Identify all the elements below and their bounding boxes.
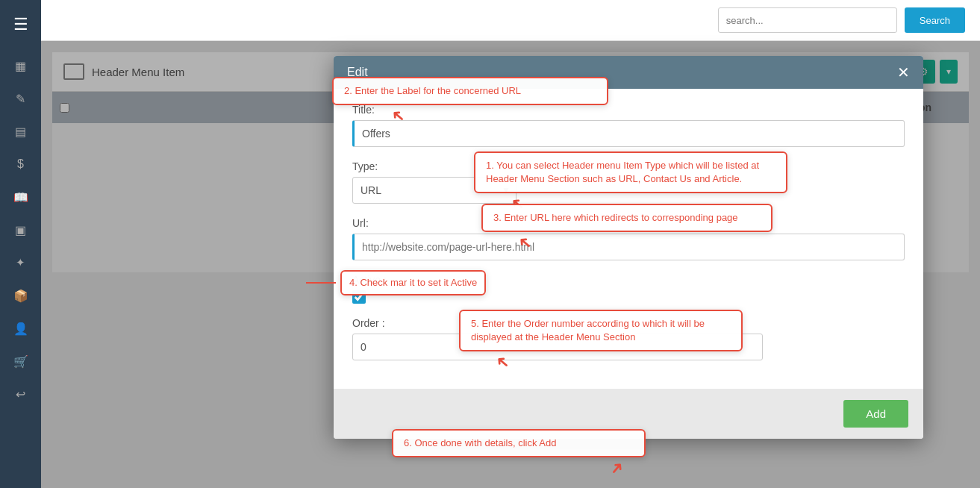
sidebar-item-catalog[interactable]: 📖 [0,182,41,212]
search-button[interactable]: Search [905,7,965,33]
order-input[interactable] [352,334,763,360]
url-label: Url: [352,217,905,229]
active-field-group: Active : [352,274,905,304]
url-input[interactable] [352,234,905,260]
order-field-group: Order : [352,317,905,360]
type-field-group: Type: URL Contact Us Article ▼ [352,160,905,204]
modal-footer: Add [334,389,923,439]
sidebar-item-user[interactable]: 👤 [0,313,41,343]
active-label: Active : [352,274,905,286]
title-label: Title: [352,104,905,116]
sidebar-item-star[interactable]: ✦ [0,248,41,278]
url-field-group: Url: [352,217,905,260]
sidebar-item-cart[interactable]: 🛒 [0,346,41,376]
type-select-wrapper: URL Contact Us Article ▼ [352,177,516,204]
modal-close-button[interactable]: ✕ [897,65,910,80]
sidebar-item-edit[interactable]: ✎ [0,84,41,113]
edit-modal: Edit ✕ Title: Type: URL Contact Us [334,56,923,439]
active-checkbox[interactable] [352,290,366,304]
sidebar: ☰ ▦ ✎ ▤ $ 📖 ▣ ✦ 📦 👤 🛒 ↩ [0,0,41,488]
modal-body: Title: Type: URL Contact Us Article ▼ [334,89,923,389]
active-section [352,290,905,304]
search-input[interactable] [718,7,897,33]
modal-title: Edit [347,66,368,79]
submit-add-button[interactable]: Add [843,400,908,428]
page-content: Header Menu Item + ✕ ⚙ ▾ Action Edit ✕ [41,41,980,488]
sidebar-item-return[interactable]: ↩ [0,379,41,409]
type-select[interactable]: URL Contact Us Article [352,177,516,204]
sidebar-item-grid[interactable]: ▣ [0,215,41,245]
sidebar-item-billing[interactable]: $ [0,149,41,179]
main-area: Search Header Menu Item + ✕ ⚙ ▾ Action [41,0,980,488]
modal-header: Edit ✕ [334,56,923,89]
sidebar-menu-toggle[interactable]: ☰ [0,7,41,42]
title-input[interactable] [352,120,905,147]
sidebar-item-dashboard[interactable]: ▦ [0,51,41,81]
order-label: Order : [352,317,905,329]
type-label: Type: [352,160,905,172]
sidebar-item-list[interactable]: ▤ [0,116,41,146]
title-field-group: Title: [352,104,905,147]
topbar: Search [41,0,980,41]
sidebar-item-box[interactable]: 📦 [0,281,41,310]
